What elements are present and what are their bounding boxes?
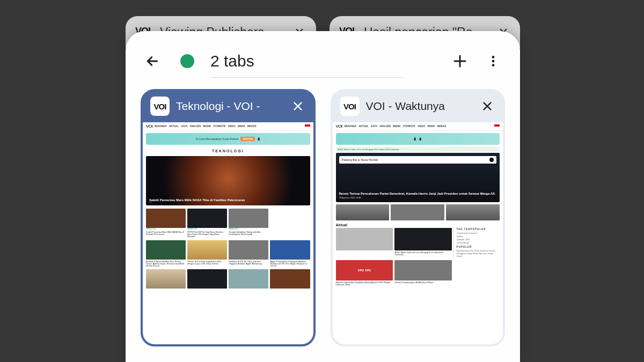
site-logo: VOI [336, 124, 342, 129]
promo-banner: Isi Cara Mendapatkan Kode Referal GRATIS… [146, 133, 310, 145]
tab-card-header: VOI Teknologi - VOI - [143, 91, 313, 122]
article-row: Android 15 Akan Hadirkan Fitur Private S… [143, 239, 313, 269]
article-row [333, 204, 503, 222]
hero-headline: Resmi Terima Pencalonan Partai Demokrat,… [339, 192, 497, 199]
more-menu-button[interactable] [482, 50, 504, 72]
new-tab-button[interactable] [449, 50, 471, 72]
hero-article: Satelit Pemantau Mars Milik NASA Tiba di… [146, 156, 310, 205]
favicon-voi: VOI [340, 97, 360, 116]
flag-icon [494, 124, 500, 128]
back-button[interactable] [142, 50, 163, 72]
site-logo: VOI [146, 124, 152, 129]
article-row: TEKNOLOGISatelit Pemantau Mars Milik NAS… [143, 208, 313, 239]
section-title: TEKNOLOGI [143, 147, 313, 155]
news-ticker: ADHI, Motor Listrik asli Lore Hanging Fr… [336, 147, 500, 152]
hero-overlay-badge: Padang Bai to Nusa Penida [339, 156, 497, 164]
article-row: KPU KPU Wamhan Siyamullah Disabilitas Me… [333, 259, 503, 287]
section-title: Aktual [333, 222, 503, 227]
tab-card[interactable]: VOI Teknologi - VOI - VOI BERANDAAKTUALG… [141, 89, 316, 346]
tab-thumbnail: VOI BERANDAAKTUALGAYAANALISISMUSIKOTOMOT… [333, 122, 503, 344]
hero-headline: Satelit Pemantau Mars Milik NASA Tiba di… [149, 198, 307, 202]
mini-navbar: VOI BERANDAAKTUALGAYAANALISISMUSIKOTOMOT… [333, 122, 503, 131]
promo-banner: 📱📱 [336, 133, 500, 145]
arrow-circle-icon [489, 158, 494, 162]
tab-thumbnail: VOI BERANDAAKTUALGAYAANALISISMUSIKOTOMOT… [143, 122, 313, 344]
group-indicator-dot[interactable] [180, 54, 194, 68]
close-tab-button[interactable] [479, 98, 495, 114]
mini-navbar: VOI BERANDAAKTUALGAYAANALISISMUSIKOTOMOT… [143, 122, 313, 131]
tab-count-label: 2 tabs [210, 52, 437, 70]
hero-article: Padang Bai to Nusa Penida Resmi Terima P… [336, 153, 500, 202]
article-row [143, 268, 313, 290]
aktual-section: ADHI, Motor Listrik asli Lore Hanging Fr… [333, 227, 503, 259]
close-tab-button[interactable] [290, 98, 306, 114]
favicon-voi: VOI [150, 97, 170, 116]
tab-card-title: Teknologi - VOI - [176, 100, 283, 113]
tab-card[interactable]: VOI VOI - Waktunya VOI BERANDAAKTUALGAYA… [331, 89, 506, 346]
svg-point-0 [492, 56, 495, 58]
tab-switcher-toolbar: 2 tabs [138, 43, 507, 79]
svg-point-1 [492, 60, 495, 63]
tab-switcher-sheet: 2 tabs VOI Teknologi - VOI - VOI BERANDA… [126, 31, 520, 362]
sidebar-widget: TAG TERPOPULER #mahkamah-konstitusi #pil… [453, 228, 500, 258]
tab-card-header: VOI VOI - Waktunya [333, 91, 503, 122]
flag-icon [305, 124, 310, 128]
tab-card-title: VOI - Waktunya [366, 100, 473, 113]
tab-cards-grid: VOI Teknologi - VOI - VOI BERANDAAKTUALG… [138, 79, 507, 346]
svg-point-2 [492, 64, 495, 67]
